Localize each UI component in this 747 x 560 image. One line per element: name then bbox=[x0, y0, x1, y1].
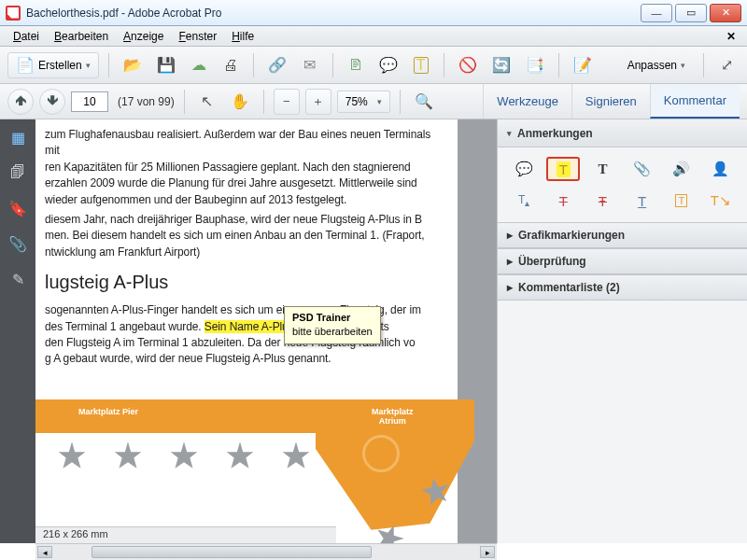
signatures-nav-icon[interactable]: ✎ bbox=[7, 269, 28, 289]
page-dimensions: 216 x 266 mm bbox=[43, 528, 108, 539]
panel-section-label: Kommentarliste (2) bbox=[518, 281, 620, 294]
plane-icon bbox=[110, 439, 146, 474]
body-text: des Terminal 1 angebaut wurde. Sein Name… bbox=[45, 319, 448, 335]
panel-section-label: Überprüfung bbox=[518, 255, 586, 268]
close-button[interactable]: ✕ bbox=[710, 4, 741, 22]
body-text: men. Bei diesem handelt es sich um einen… bbox=[45, 228, 448, 244]
chevron-down-icon: ▾ bbox=[86, 61, 91, 70]
text-tool[interactable]: T bbox=[585, 157, 619, 181]
underline-icon: T bbox=[638, 193, 646, 209]
body-text: sogenannten A-Plus-Finger handelt es sic… bbox=[45, 302, 448, 318]
cloud-icon: ☁ bbox=[191, 58, 206, 73]
menu-file[interactable]: Datei bbox=[6, 28, 47, 45]
audio-tool[interactable]: 🔊 bbox=[665, 157, 698, 181]
menu-help[interactable]: Hilfe bbox=[224, 28, 261, 45]
form-icon: 📝 bbox=[573, 58, 592, 73]
tab-comment[interactable]: Kommentar bbox=[650, 84, 740, 119]
highlight-button[interactable]: T bbox=[408, 52, 434, 78]
main-toolbar: 📄 Erstellen ▾ 📂 💾 ☁ 🖨 🔗 ✉ 🖹 💬 T 🚫 🔄 📑 📝 … bbox=[0, 47, 747, 84]
minimize-button[interactable]: — bbox=[641, 4, 672, 22]
select-tool-button[interactable]: ↖ bbox=[194, 89, 220, 115]
body-text: ren Kapazitäten für 25 Millionen Passagi… bbox=[45, 160, 448, 175]
diagram-label: Marktplatz Atrium bbox=[372, 407, 414, 426]
delete-button[interactable]: 🚫 bbox=[454, 52, 482, 78]
chevron-down-icon: ▾ bbox=[681, 61, 685, 70]
body-text: erzahlen 2009 wurde die Planung für drei… bbox=[45, 175, 448, 191]
textbox-tool[interactable]: T bbox=[665, 189, 698, 213]
page-number-input[interactable] bbox=[71, 91, 108, 112]
window-titlebar: Bachelorthesis.pdf - Adobe Acrobat Pro —… bbox=[0, 0, 747, 26]
share-button[interactable]: 🔗 bbox=[263, 52, 291, 78]
panel-section-graphic[interactable]: ▸ Grafikmarkierungen bbox=[498, 222, 747, 248]
heading: lugsteig A-Plus bbox=[45, 272, 448, 293]
cursor-icon: ↖ bbox=[201, 94, 213, 109]
callout-tool[interactable]: T↘ bbox=[704, 189, 738, 213]
thumbnails-nav-icon[interactable]: ▦ bbox=[7, 127, 28, 147]
tab-sign[interactable]: Signieren bbox=[571, 84, 650, 119]
chevron-down-icon: ▾ bbox=[377, 97, 382, 106]
form-button[interactable]: 📝 bbox=[569, 52, 597, 78]
scroll-left-button[interactable]: ◂ bbox=[37, 546, 52, 558]
menu-edit[interactable]: Bearbeiten bbox=[47, 28, 116, 45]
scrollbar-thumb[interactable] bbox=[92, 546, 372, 558]
print-button[interactable]: 🖨 bbox=[218, 52, 244, 78]
tab-tools[interactable]: Werkzeuge bbox=[483, 84, 571, 119]
stamp-tool[interactable]: 👤 bbox=[704, 157, 738, 181]
scan-icon: 🖹 bbox=[348, 58, 363, 73]
hand-tool-button[interactable]: ✋ bbox=[226, 89, 254, 115]
zoom-in-button[interactable]: ＋ bbox=[305, 89, 331, 115]
sticky-note-tool[interactable]: 💬 bbox=[507, 157, 541, 181]
print-icon: 🖨 bbox=[223, 58, 238, 73]
note-button[interactable]: 💬 bbox=[374, 52, 402, 78]
textbox-icon: T bbox=[675, 194, 687, 207]
insert-text-tool[interactable]: T▴ bbox=[507, 189, 541, 213]
envelope-icon: ✉ bbox=[303, 58, 316, 73]
menu-view[interactable]: Anzeige bbox=[116, 28, 171, 45]
plane-icon bbox=[166, 439, 202, 474]
close-document-button[interactable]: ✕ bbox=[721, 30, 741, 43]
bookmarks-nav-icon[interactable]: 🔖 bbox=[7, 198, 28, 218]
paperclip-icon: 📎 bbox=[633, 161, 651, 177]
zoom-tool-button[interactable]: 🔍 bbox=[410, 89, 438, 115]
magnifier-icon: 🔍 bbox=[415, 94, 433, 109]
attach-tool[interactable]: 📎 bbox=[626, 157, 659, 181]
pages-nav-icon[interactable]: 🗐 bbox=[7, 162, 28, 183]
panel-section-annotations[interactable]: ▾ Anmerkungen bbox=[498, 119, 747, 147]
annotation-tools: 💬 T T 📎 🔊 👤 T▴ T Ŧ T T T↘ bbox=[498, 147, 747, 222]
horizontal-scrollbar[interactable]: ◂ ▸ bbox=[35, 543, 497, 560]
extract-button[interactable]: 📑 bbox=[521, 52, 549, 78]
save-button[interactable]: 💾 bbox=[152, 52, 180, 78]
fullscreen-icon: ⤢ bbox=[721, 58, 733, 73]
strikethrough-tool[interactable]: T bbox=[546, 189, 580, 213]
zoom-out-button[interactable]: − bbox=[274, 89, 300, 115]
customize-button[interactable]: Anpassen ▾ bbox=[619, 52, 694, 78]
fullscreen-button[interactable]: ⤢ bbox=[713, 52, 740, 78]
zoom-select[interactable]: 75% ▾ bbox=[337, 91, 390, 113]
pdf-page: zum Flughafenausbau realisiert. Außerdem… bbox=[35, 119, 458, 543]
page-down-button[interactable]: 🡻 bbox=[39, 89, 65, 115]
scan-button[interactable]: 🖹 bbox=[343, 52, 369, 78]
panel-section-label: Grafikmarkierungen bbox=[518, 229, 625, 242]
email-button[interactable]: ✉ bbox=[297, 52, 323, 78]
rotate-button[interactable]: 🔄 bbox=[487, 52, 515, 78]
body-text: zum Flughafenausbau realisiert. Außerdem… bbox=[45, 127, 448, 160]
body-text: diesem Jahr, nach dreijähriger Bauphase,… bbox=[45, 212, 448, 228]
scroll-right-button[interactable]: ▸ bbox=[480, 546, 495, 558]
underline-tool[interactable]: T bbox=[626, 189, 659, 213]
attachments-nav-icon[interactable]: 📎 bbox=[7, 233, 28, 254]
create-button[interactable]: 📄 Erstellen ▾ bbox=[7, 52, 99, 78]
maximize-button[interactable]: ▭ bbox=[675, 4, 707, 22]
document-viewport[interactable]: zum Flughafenausbau realisiert. Außerdem… bbox=[35, 119, 497, 543]
panel-section-comments[interactable]: ▸ Kommentarliste (2) bbox=[498, 274, 747, 301]
page-up-button[interactable]: 🡹 bbox=[7, 89, 34, 115]
comment-tooltip: PSD Trainer bitte überarbeiten bbox=[284, 306, 381, 344]
collapse-icon: ▸ bbox=[507, 229, 513, 242]
panel-section-review[interactable]: ▸ Überprüfung bbox=[498, 248, 747, 274]
nav-toolbar: 🡹 🡻 (17 von 99) ↖ ✋ − ＋ 75% ▾ 🔍 Werkzeug… bbox=[0, 84, 747, 119]
menu-bar: Datei Bearbeiten Anzeige Fenster Hilfe ✕ bbox=[0, 26, 747, 47]
menu-window[interactable]: Fenster bbox=[171, 28, 224, 45]
open-button[interactable]: 📂 bbox=[119, 52, 147, 78]
cloud-button[interactable]: ☁ bbox=[186, 52, 212, 78]
replace-text-tool[interactable]: Ŧ bbox=[585, 189, 619, 213]
highlight-tool[interactable]: T bbox=[546, 157, 580, 181]
